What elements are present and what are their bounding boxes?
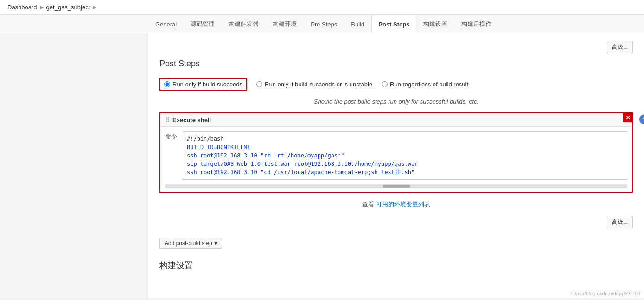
execute-shell-header: ⠿ Execute shell bbox=[160, 113, 632, 127]
breadcrumb-dashboard[interactable]: Dashboard bbox=[7, 4, 37, 11]
radio-option-1[interactable]: Run only if build succeeds bbox=[159, 78, 247, 91]
tab-env[interactable]: 构建环境 bbox=[266, 15, 304, 33]
radio-label-2: Run only if build succeeds or is unstabl… bbox=[265, 81, 372, 88]
add-step-area: Add post-build step ▾ bbox=[159, 238, 633, 249]
help-icon[interactable]: ? bbox=[639, 114, 644, 124]
tab-post-steps[interactable]: Post Steps bbox=[371, 16, 416, 33]
main-content: 高级... Post Steps Run only if build succe… bbox=[0, 33, 644, 298]
drag-handle-icon: ⠿ bbox=[165, 116, 170, 124]
close-execute-shell-button[interactable]: ✕ bbox=[623, 113, 632, 122]
tab-trigger[interactable]: 构建触发器 bbox=[222, 15, 266, 33]
advanced-button-bottom[interactable]: 高级... bbox=[607, 216, 633, 228]
dropdown-arrow-icon: ▾ bbox=[214, 240, 217, 247]
radio-option-box: Run only if build succeeds bbox=[159, 78, 247, 91]
advanced-button-top[interactable]: 高级... bbox=[607, 41, 633, 53]
tab-general[interactable]: General bbox=[148, 16, 184, 33]
tab-source[interactable]: 源码管理 bbox=[184, 15, 222, 33]
breadcrumb-sep-2: ▶ bbox=[93, 4, 96, 10]
code-line-1: #!/bin/bash bbox=[187, 136, 223, 142]
execute-shell-container: ✕ ⠿ Execute shell 命令 #!/bin/bash BUILD_I… bbox=[159, 112, 633, 193]
tab-build[interactable]: Build bbox=[344, 16, 371, 33]
shell-code[interactable]: #!/bin/bash BUILD_ID=DONTKILLME ssh root… bbox=[183, 131, 627, 180]
radio-build-succeeds[interactable] bbox=[164, 81, 170, 87]
breadcrumb-sep-1: ▶ bbox=[40, 4, 44, 10]
add-post-build-step-button[interactable]: Add post-build step ▾ bbox=[159, 238, 222, 249]
tab-build-settings[interactable]: 构建设置 bbox=[416, 15, 454, 33]
post-steps-title: Post Steps bbox=[159, 59, 633, 69]
watermark: https://blog.csdn.net/qq946768 bbox=[571, 291, 640, 296]
execute-shell-title: Execute shell bbox=[172, 117, 211, 124]
description-text: Should the post-build steps run only for… bbox=[159, 98, 633, 105]
env-link-anchor[interactable]: 可用的环境变量列表 bbox=[376, 201, 430, 208]
code-line-2: BUILD_ID=DONTKILLME bbox=[187, 144, 250, 150]
breadcrumb-project[interactable]: get_gas_subject bbox=[46, 4, 90, 11]
sidebar bbox=[0, 33, 148, 298]
radio-option-2[interactable]: Run only if build succeeds or is unstabl… bbox=[256, 81, 372, 88]
tab-post-build[interactable]: 构建后操作 bbox=[454, 15, 498, 33]
add-step-label: Add post-build step bbox=[165, 240, 212, 247]
env-link: 查看 可用的环境变量列表 bbox=[159, 200, 633, 209]
top-right-area: 高级... bbox=[159, 41, 633, 53]
breadcrumb: Dashboard ▶ get_gas_subject ▶ bbox=[0, 0, 644, 15]
code-line-4: scp target/GAS_Web-1.0-test.war root@192… bbox=[187, 161, 418, 167]
code-line-3: ssh root@192.168.3.10 "rm -rf /home/myap… bbox=[187, 152, 344, 159]
command-label: 命令 bbox=[165, 131, 177, 180]
tab-bar: General 源码管理 构建触发器 构建环境 Pre Steps Build … bbox=[0, 15, 644, 33]
shell-scrollbar-thumb bbox=[383, 185, 410, 188]
radio-label-3: Run regardless of build result bbox=[390, 81, 468, 88]
radio-build-unstable[interactable] bbox=[256, 81, 262, 87]
radio-label-1: Run only if build succeeds bbox=[172, 81, 242, 88]
tab-pre-steps[interactable]: Pre Steps bbox=[304, 16, 344, 33]
bottom-actions: 高级... bbox=[159, 216, 633, 228]
radio-build-regardless[interactable] bbox=[382, 81, 388, 87]
panel: 高级... Post Steps Run only if build succe… bbox=[148, 33, 644, 298]
code-line-5: ssh root@192.168.3.10 "cd /usr/local/apa… bbox=[187, 169, 414, 176]
build-settings-title: 构建设置 bbox=[159, 260, 633, 271]
shell-body: 命令 #!/bin/bash BUILD_ID=DONTKILLME ssh r… bbox=[160, 127, 632, 184]
radio-group: Run only if build succeeds Run only if b… bbox=[159, 78, 633, 91]
shell-scrollbar[interactable] bbox=[165, 184, 627, 188]
env-link-text: 查看 bbox=[362, 201, 374, 208]
radio-option-3[interactable]: Run regardless of build result bbox=[382, 81, 468, 88]
